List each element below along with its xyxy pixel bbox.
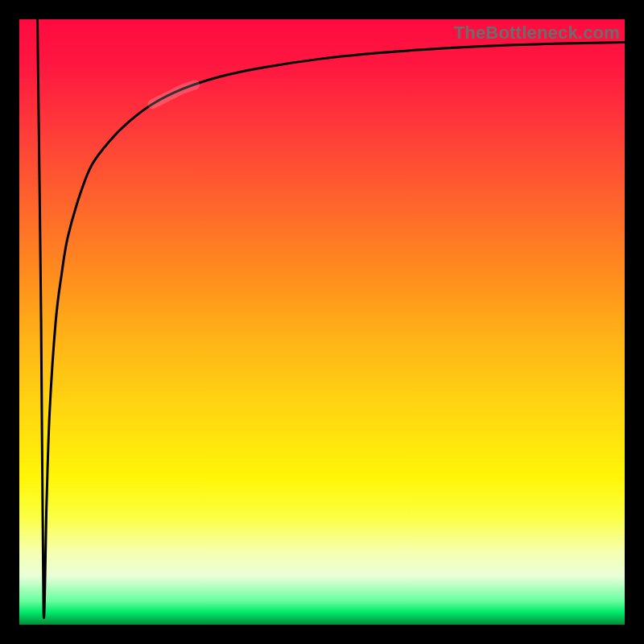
chart-frame: TheBottleneck.com [0, 0, 644, 644]
plot-area: TheBottleneck.com [19, 19, 625, 625]
bottleneck-curve [38, 19, 625, 618]
curve-layer [19, 19, 625, 625]
highlight-segment [152, 85, 195, 104]
